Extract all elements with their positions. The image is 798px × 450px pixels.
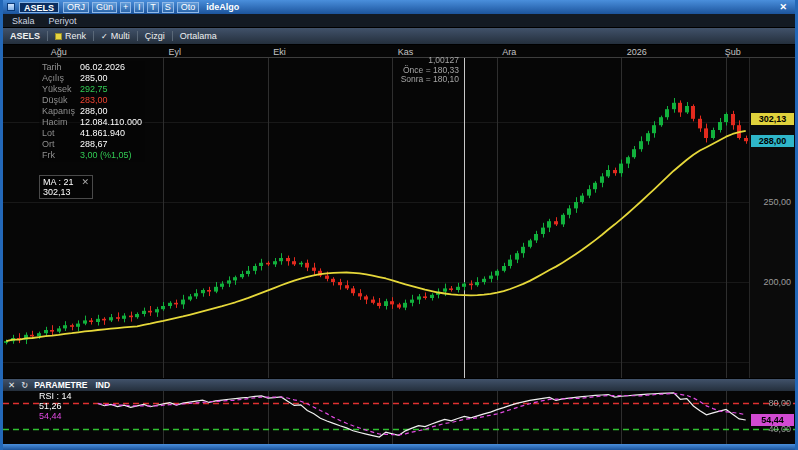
price-axis[interactable]: 250,00200,00302,13288,00	[749, 58, 795, 378]
info-value: 292,75	[80, 84, 108, 95]
rsi-axis-label-0: 80,00	[768, 398, 791, 408]
info-value: 12.084.110.000	[80, 117, 142, 128]
rsi-panel: RSI : 1451,2654,44 80,0040,0054,44	[3, 391, 795, 444]
rsi-labels: RSI : 1451,2654,44	[39, 391, 72, 421]
month-label-Ağu: Ağu	[51, 47, 67, 57]
bottom-status-bar	[3, 444, 795, 450]
ma-value: 302,13	[43, 187, 89, 197]
toolbar-button-label: Çizgi	[145, 31, 165, 41]
price-chart-panel: AğuEylEkiKasAra2026Şub 250,00200,00302,1…	[3, 45, 795, 378]
titlebar-button-0[interactable]: ORJ	[63, 2, 89, 13]
titlebar-button-5[interactable]: S	[162, 2, 174, 13]
separator	[172, 31, 173, 41]
toolbar-button-3[interactable]: Ortalama	[180, 31, 217, 41]
app-window: ASELS ORJGün+ITSOto ideAlgo ✕ SkalaPeriy…	[0, 0, 798, 450]
titlebar-button-2[interactable]: +	[120, 2, 131, 13]
info-value: 3,00 (%1,05)	[80, 150, 132, 161]
titlebar-buttons: ORJGün+ITSOto	[63, 2, 199, 13]
info-value: 06.02.2026	[80, 62, 125, 73]
ma-close-icon[interactable]: ✕	[82, 177, 90, 187]
menu-item-0[interactable]: Skala	[12, 16, 35, 26]
indicator-close-icon[interactable]: ✕	[8, 380, 15, 390]
info-row-5: Hacim12.084.110.000	[42, 117, 142, 128]
info-value: 285,00	[80, 73, 108, 84]
price-axis-label-0: 250,00	[763, 197, 791, 207]
toolbar: ASELS Renk✓MultiÇizgiOrtalama	[3, 28, 795, 45]
separator	[93, 31, 94, 41]
brand-label: ideAlgo	[206, 2, 239, 12]
info-row-6: Lot41.861.940	[42, 128, 142, 139]
ma-label: MA : 21	[43, 177, 74, 187]
rsi-label-2: 54,44	[39, 411, 72, 421]
rsi-header-items: PARAMETREIND	[34, 380, 110, 390]
info-label: Ort	[42, 139, 80, 150]
info-label: Frk	[42, 150, 80, 161]
price-badge-0: 302,13	[751, 113, 794, 125]
annotation-line-2: Sonra = 180,10	[359, 75, 459, 85]
info-label: Açılış	[42, 73, 80, 84]
check-icon: ✓	[101, 32, 108, 41]
toolbar-button-0[interactable]: Renk	[55, 31, 86, 41]
separator	[47, 31, 48, 41]
info-row-4: Kapanış288,00	[42, 106, 142, 117]
month-label-Eki: Eki	[273, 47, 286, 57]
toolbar-button-label: Multi	[111, 31, 130, 41]
titlebar: ASELS ORJGün+ITSOto ideAlgo ✕	[3, 0, 795, 14]
info-value: 41.861.940	[80, 128, 125, 139]
titlebar-button-1[interactable]: Gün	[92, 2, 117, 13]
info-row-0: Tarih06.02.2026	[42, 62, 142, 73]
quote-info-panel: Tarih06.02.2026Açılış285,00Yüksek292,75D…	[39, 61, 145, 162]
info-label: Lot	[42, 128, 80, 139]
app-icon	[7, 3, 15, 11]
ma-indicator-box[interactable]: MA : 21 ✕ 302,13	[39, 175, 93, 199]
info-value: 288,00	[80, 106, 108, 117]
info-panel-rows: Tarih06.02.2026Açılış285,00Yüksek292,75D…	[42, 62, 142, 161]
info-row-3: Düşük283,00	[42, 95, 142, 106]
titlebar-button-6[interactable]: Oto	[177, 2, 200, 13]
month-label-Ara: Ara	[502, 47, 516, 57]
info-row-7: Ort288,67	[42, 139, 142, 150]
toolbar-button-label: Renk	[65, 31, 86, 41]
toolbar-button-2[interactable]: Çizgi	[145, 31, 165, 41]
close-icon[interactable]: ✕	[775, 2, 791, 12]
separator	[137, 31, 138, 41]
indicator-header-bar: ✕ ↻ PARAMETREIND	[3, 378, 795, 391]
toolbar-button-1[interactable]: ✓Multi	[101, 31, 130, 41]
rsi-axis: 80,0040,0054,44	[749, 391, 795, 444]
titlebar-button-3[interactable]: I	[134, 2, 144, 13]
price-badge-1: 288,00	[751, 135, 794, 147]
rsi-label-0: RSI : 14	[39, 391, 72, 401]
symbol-chip[interactable]: ASELS	[19, 2, 59, 13]
month-label-Eyl: Eyl	[169, 47, 182, 57]
rsi-axis-label-1: 40,00	[768, 424, 791, 434]
info-value: 283,00	[80, 95, 108, 106]
info-label: Düşük	[42, 95, 80, 106]
info-label: Kapanış	[42, 106, 80, 117]
menu-item-1[interactable]: Periyot	[49, 16, 77, 26]
info-row-2: Yüksek292,75	[42, 84, 142, 95]
color-swatch-icon	[55, 33, 62, 40]
menubar-items: SkalaPeriyot	[12, 16, 77, 26]
price-axis-label-1: 200,00	[763, 277, 791, 287]
info-row-1: Açılış285,00	[42, 73, 142, 84]
info-label: Yüksek	[42, 84, 80, 95]
rsi-canvas[interactable]	[3, 391, 795, 444]
menubar: SkalaPeriyot	[3, 14, 795, 28]
toolbar-button-label: Ortalama	[180, 31, 217, 41]
rsi-badge: 54,44	[751, 414, 794, 426]
titlebar-button-4[interactable]: T	[147, 2, 159, 13]
rsi-label-1: 51,26	[39, 401, 72, 411]
info-row-8: Frk3,00 (%1,05)	[42, 150, 142, 161]
info-label: Hacim	[42, 117, 80, 128]
month-label-2026: 2026	[627, 47, 647, 57]
info-value: 288,67	[80, 139, 108, 150]
month-label-Şub: Şub	[725, 47, 741, 57]
info-label: Tarih	[42, 62, 80, 73]
refresh-icon[interactable]: ↻	[21, 380, 28, 390]
toolbar-symbol-label: ASELS	[10, 31, 40, 41]
rsi-header-item-0[interactable]: PARAMETRE	[34, 380, 87, 390]
rsi-header-item-1[interactable]: IND	[95, 380, 110, 390]
toolbar-buttons: Renk✓MultiÇizgiOrtalama	[55, 31, 217, 41]
chart-annotation: 1,00127Önce = 180,33Sonra = 180,10	[359, 56, 459, 85]
